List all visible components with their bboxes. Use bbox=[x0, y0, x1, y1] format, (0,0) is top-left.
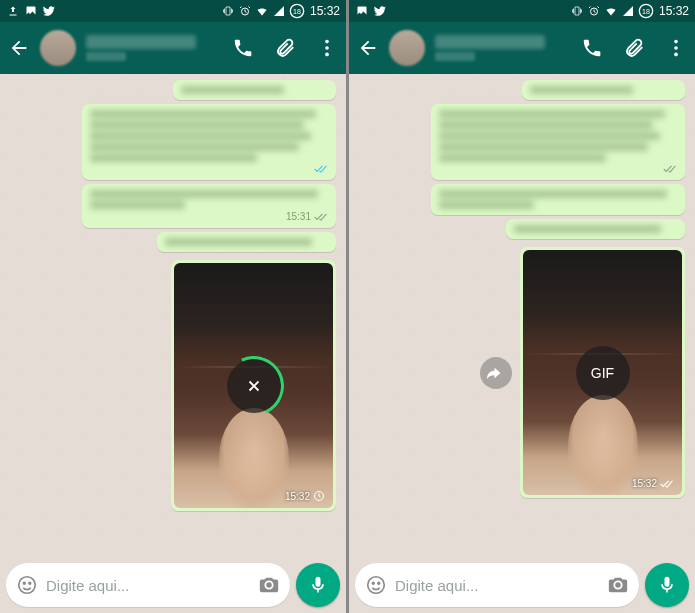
signal-icon bbox=[621, 4, 635, 18]
status-time: 15:32 bbox=[659, 4, 689, 18]
call-button[interactable] bbox=[232, 37, 254, 59]
message-bubble[interactable] bbox=[431, 104, 685, 180]
media-thumbnail[interactable]: 15:32 bbox=[174, 263, 333, 508]
input-bar bbox=[0, 557, 346, 613]
contact-status bbox=[86, 52, 126, 61]
media-time: 15:32 bbox=[632, 478, 674, 489]
message-bubble[interactable] bbox=[431, 184, 685, 215]
forward-button[interactable] bbox=[480, 357, 512, 389]
message-input-box[interactable] bbox=[355, 563, 639, 607]
app-bar bbox=[0, 22, 346, 74]
svg-point-11 bbox=[674, 40, 678, 44]
app-bar bbox=[349, 22, 695, 74]
message-bubble[interactable] bbox=[173, 80, 336, 100]
vibrate-icon bbox=[221, 4, 235, 18]
cancel-upload-button[interactable] bbox=[227, 359, 281, 413]
contact-info[interactable] bbox=[435, 35, 571, 61]
status-time: 15:32 bbox=[310, 4, 340, 18]
image-icon bbox=[24, 4, 38, 18]
svg-point-2 bbox=[325, 40, 329, 44]
menu-button[interactable] bbox=[316, 37, 338, 59]
gif-label: GIF bbox=[591, 365, 614, 381]
media-message[interactable]: 15:32 bbox=[171, 260, 336, 511]
chat-area[interactable]: GIF 15:32 bbox=[349, 74, 695, 557]
vibrate-icon bbox=[570, 4, 584, 18]
message-bubble[interactable] bbox=[157, 232, 336, 252]
twitter-icon bbox=[42, 4, 56, 18]
signal-icon bbox=[272, 4, 286, 18]
status-bar: 18 15:32 bbox=[0, 0, 346, 22]
chat-area[interactable]: 15:31 15:32 bbox=[0, 74, 346, 557]
svg-point-15 bbox=[372, 582, 374, 584]
svg-point-6 bbox=[19, 577, 36, 594]
attach-button[interactable] bbox=[274, 37, 296, 59]
contact-status bbox=[435, 52, 475, 61]
camera-button[interactable] bbox=[607, 574, 629, 596]
battery-label: 18 bbox=[642, 8, 650, 15]
input-bar bbox=[349, 557, 695, 613]
svg-point-8 bbox=[29, 582, 31, 584]
call-button[interactable] bbox=[581, 37, 603, 59]
battery-icon: 18 bbox=[289, 3, 305, 19]
message-bubble[interactable] bbox=[82, 104, 336, 180]
battery-label: 18 bbox=[293, 8, 301, 15]
avatar[interactable] bbox=[389, 30, 425, 66]
twitter-icon bbox=[373, 4, 387, 18]
contact-info[interactable] bbox=[86, 35, 222, 61]
message-bubble[interactable] bbox=[506, 219, 685, 239]
status-bar: 18 15:32 bbox=[349, 0, 695, 22]
alarm-icon bbox=[238, 4, 252, 18]
message-input[interactable] bbox=[395, 577, 599, 594]
message-input-box[interactable] bbox=[6, 563, 290, 607]
message-input[interactable] bbox=[46, 577, 250, 594]
phone-screen-right: 18 15:32 bbox=[349, 0, 695, 613]
svg-point-14 bbox=[368, 577, 385, 594]
camera-button[interactable] bbox=[258, 574, 280, 596]
contact-name bbox=[86, 35, 196, 49]
wifi-icon bbox=[255, 4, 269, 18]
image-icon bbox=[355, 4, 369, 18]
svg-point-4 bbox=[325, 53, 329, 57]
gif-badge[interactable]: GIF bbox=[576, 346, 630, 400]
attach-button[interactable] bbox=[623, 37, 645, 59]
message-bubble[interactable] bbox=[522, 80, 685, 100]
back-button[interactable] bbox=[8, 37, 30, 59]
avatar[interactable] bbox=[40, 30, 76, 66]
wifi-icon bbox=[604, 4, 618, 18]
message-bubble[interactable]: 15:31 bbox=[82, 184, 336, 228]
emoji-button[interactable] bbox=[365, 574, 387, 596]
svg-point-16 bbox=[378, 582, 380, 584]
svg-point-13 bbox=[674, 53, 678, 57]
mic-button[interactable] bbox=[296, 563, 340, 607]
media-message[interactable]: GIF 15:32 bbox=[520, 247, 685, 498]
upload-icon bbox=[6, 4, 20, 18]
back-button[interactable] bbox=[357, 37, 379, 59]
media-time: 15:32 bbox=[285, 490, 325, 502]
mic-button[interactable] bbox=[645, 563, 689, 607]
battery-icon: 18 bbox=[638, 3, 654, 19]
emoji-button[interactable] bbox=[16, 574, 38, 596]
phone-screen-left: 18 15:32 1 bbox=[0, 0, 346, 613]
alarm-icon bbox=[587, 4, 601, 18]
message-time: 15:31 bbox=[286, 211, 311, 222]
svg-point-7 bbox=[23, 582, 25, 584]
svg-point-12 bbox=[674, 46, 678, 50]
menu-button[interactable] bbox=[665, 37, 687, 59]
svg-point-3 bbox=[325, 46, 329, 50]
media-thumbnail[interactable]: GIF 15:32 bbox=[523, 250, 682, 495]
contact-name bbox=[435, 35, 545, 49]
